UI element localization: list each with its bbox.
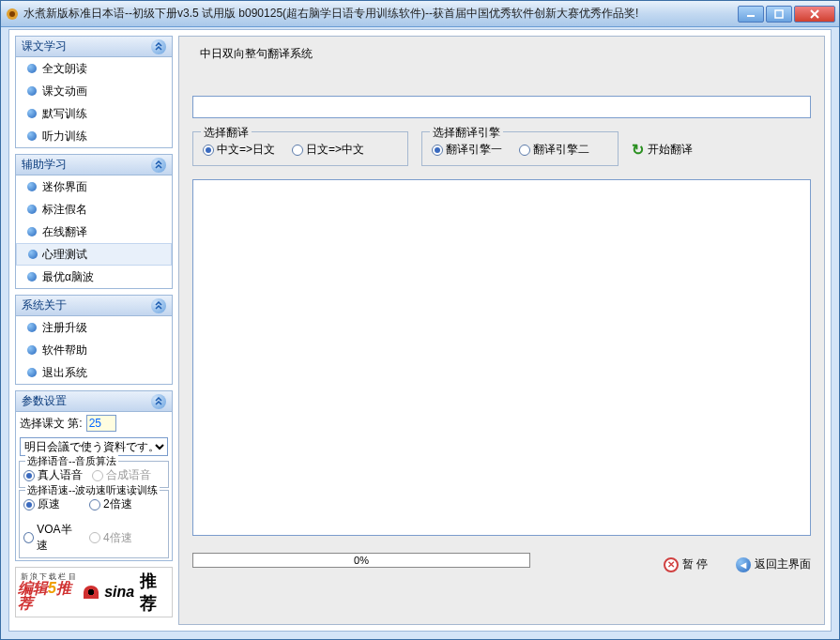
direction-legend: 选择翻译 [201,125,252,141]
main-area: 中日双向整句翻译系统 选择翻译 中文=>日文 日文=>中文 选择翻译引擎 翻译引… [178,30,831,631]
sidebar-item-register[interactable]: 注册升级 [16,316,172,339]
section-lesson-title: 课文学习 [22,38,151,54]
bullet-icon [27,64,37,73]
maximize-button[interactable] [766,6,792,23]
section-lesson: 课文学习 全文朗读 课文动画 默写训练 听力训练 [15,36,173,148]
titlebar[interactable]: 水煮新版标准日本语--初级下册v3.5 试用版 b090125(超右脑学日语专用… [1,1,839,27]
sidebar-item-label: 心理测试 [42,247,87,263]
radio-icon [519,145,530,156]
radio-icon [89,532,100,543]
bullet-icon [27,86,37,96]
bullet-icon [28,250,38,259]
sina-rec-text: 推荐 [140,570,170,615]
translation-output[interactable] [192,179,811,536]
engine-legend: 选择翻译引擎 [430,125,503,141]
radio-engine-1[interactable]: 翻译引擎一 [432,142,502,158]
section-params-header[interactable]: 参数设置 [16,391,172,412]
app-window: 水煮新版标准日本语--初级下册v3.5 试用版 b090125(超右脑学日语专用… [0,0,840,640]
sina-logo: sina [104,584,134,601]
engine-groupbox: 选择翻译引擎 翻译引擎一 翻译引擎二 [421,131,619,166]
speed-legend: 选择语速--波动速听速读训练 [25,483,160,497]
sidebar-item-label: 课文动画 [42,84,87,99]
radio-label: 原速 [38,496,60,512]
sidebar-item-label: 在线翻译 [42,224,87,240]
radio-label: 2倍速 [103,496,132,512]
sidebar-item-read-aloud[interactable]: 全文朗读 [16,57,172,80]
radio-real-voice[interactable]: 真人语音 [23,467,83,483]
pause-button[interactable]: ✕ 暂 停 [664,547,708,572]
sidebar-item-label: 软件帮助 [42,343,87,358]
bullet-icon [27,368,37,377]
sidebar-item-label: 全文朗读 [42,61,87,77]
sidebar-item-listening[interactable]: 听力训练 [16,125,172,147]
back-icon: ◄ [736,557,751,572]
radio-label: 翻译引擎一 [446,142,502,158]
close-button[interactable] [794,6,835,23]
sidebar-item-exit[interactable]: 退出系统 [16,361,172,384]
sidebar-item-mini-ui[interactable]: 迷你界面 [16,175,172,198]
app-body: 课文学习 全文朗读 课文动画 默写训练 听力训练 辅助学习 迷你界面 标注假名 [8,29,832,632]
start-translate-button[interactable]: ↻ 开始翻译 [632,131,693,159]
bullet-icon [27,131,37,141]
chevron-up-icon [151,298,166,313]
radio-speed-voa[interactable]: VOA半速 [23,522,80,554]
radio-cn-to-jp[interactable]: 中文=>日文 [203,142,275,158]
sidebar-item-dictation[interactable]: 默写训练 [16,102,172,125]
sidebar-item-label: 听力训练 [42,129,87,145]
bullet-icon [27,182,37,191]
radio-label: VOA半速 [37,522,80,554]
window-controls [738,6,835,23]
radio-icon [23,499,35,510]
lesson-number-input[interactable] [86,415,116,432]
back-button[interactable]: ◄ 返回主界面 [736,547,811,572]
back-btn-label: 返回主界面 [755,556,811,572]
section-assist-header[interactable]: 辅助学习 [16,155,172,175]
radio-label: 4倍速 [103,530,132,546]
voice-legend: 选择语音--音质算法 [25,454,118,468]
sidebar-item-label: 标注假名 [42,202,87,218]
chevron-up-icon [151,158,166,173]
radio-label: 中文=>日文 [217,142,275,158]
lesson-dropdown[interactable]: 明日会議で使う資料です。 [20,437,168,456]
bullet-icon [27,323,37,332]
sidebar-item-label: 默写训练 [42,106,87,122]
radio-speed-1x[interactable]: 原速 [23,496,80,512]
translation-panel: 中日双向整句翻译系统 选择翻译 中文=>日文 日文=>中文 选择翻译引擎 翻译引… [178,36,825,625]
refresh-icon: ↻ [632,141,644,159]
svg-point-1 [9,11,15,17]
radio-label: 翻译引擎二 [533,142,589,158]
start-btn-label: 开始翻译 [648,142,693,158]
sidebar-item-animation[interactable]: 课文动画 [16,80,172,102]
sina-eye-icon [84,586,99,599]
bullet-icon [27,109,37,118]
radio-label: 合成语音 [106,467,151,483]
sidebar-item-alpha-wave[interactable]: 最优α脑波 [16,266,172,288]
radio-icon [203,145,214,156]
minimize-button[interactable] [738,6,764,23]
source-text-input[interactable] [192,96,811,118]
section-params-title: 参数设置 [22,393,151,409]
sidebar-item-psychology[interactable]: 心理测试 [16,243,172,266]
sidebar-item-help[interactable]: 软件帮助 [16,339,172,361]
bullet-icon [27,272,37,282]
stop-icon: ✕ [664,557,679,572]
sidebar-item-translate[interactable]: 在线翻译 [16,221,172,243]
app-icon [5,7,20,22]
section-lesson-header[interactable]: 课文学习 [16,37,172,57]
sina-promo[interactable]: 新 浪 下 载 栏 目 编辑5推荐 sina 推荐 [15,567,173,617]
section-about-header[interactable]: 系统关于 [16,296,172,316]
svg-rect-3 [775,10,783,18]
radio-speed-4x: 4倍速 [89,522,145,554]
radio-jp-to-cn[interactable]: 日文=>中文 [292,142,364,158]
radio-speed-2x[interactable]: 2倍速 [89,496,145,512]
radio-engine-2[interactable]: 翻译引擎二 [519,142,589,158]
section-assist: 辅助学习 迷你界面 标注假名 在线翻译 心理测试 最优α脑波 [15,154,173,289]
direction-groupbox: 选择翻译 中文=>日文 日文=>中文 [192,131,408,166]
sidebar-item-label: 迷你界面 [42,179,87,195]
pause-btn-label: 暂 停 [682,556,708,572]
sidebar-item-kana[interactable]: 标注假名 [16,198,172,221]
bullet-icon [27,227,37,236]
bullet-icon [27,345,37,355]
radio-synth-voice: 合成语音 [92,467,151,483]
radio-icon [23,532,34,543]
